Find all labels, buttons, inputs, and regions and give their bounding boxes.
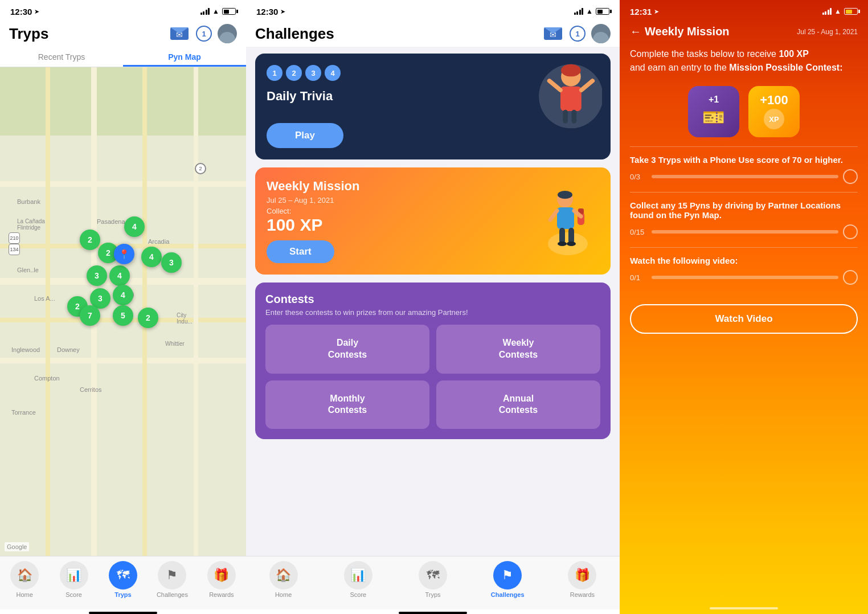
header-icons-1: ✉ 1 <box>169 24 237 43</box>
signal-icon-1 <box>200 8 210 15</box>
svg-rect-16 <box>559 228 565 244</box>
signal-icon-3 <box>822 8 832 15</box>
highway-2: 2 <box>195 163 206 174</box>
app-title-2: Challenges <box>255 25 334 43</box>
annual-contests-button[interactable]: AnnualContests <box>436 380 600 429</box>
xp-reward-box: +100 XP <box>748 86 800 137</box>
avatar-body-1 <box>219 32 235 43</box>
map-label-la-canada: La CañadaFlintridge <box>17 218 45 231</box>
weekly-contests-button[interactable]: WeeklyContests <box>436 325 600 374</box>
time-3: 12:31 <box>630 7 652 17</box>
cluster-5[interactable]: 4 <box>109 265 130 286</box>
nav-rewards-2[interactable]: 🎁 Rewards <box>545 561 620 598</box>
header-icons-2: ✉ 1 <box>542 24 611 43</box>
task-3: Watch the following video: 0/1 <box>630 247 858 293</box>
cluster-9[interactable]: 4 <box>113 285 133 305</box>
battery-fill-3 <box>846 10 852 14</box>
mail-button-2[interactable]: ✉ <box>542 25 564 42</box>
play-button[interactable]: Play <box>267 123 343 148</box>
task-2-title: Collect any 15 Pyns by driving by Partne… <box>630 200 858 220</box>
task-2-progress-label: 0/15 <box>630 228 647 236</box>
notification-badge-2[interactable]: 1 <box>570 26 586 42</box>
map-container[interactable]: Burbank Pasadena Arcadia La CañadaFlintr… <box>0 67 246 556</box>
task-1-circle-btn[interactable] <box>843 169 858 184</box>
cluster-1[interactable]: 2 <box>80 230 100 250</box>
mission-xp: 100 XP <box>267 215 537 235</box>
svg-point-18 <box>558 241 567 246</box>
avatar-2[interactable] <box>591 24 611 43</box>
task-1-progress-track <box>652 175 838 178</box>
notification-badge-1[interactable]: 1 <box>196 26 212 42</box>
wifi-icon-1: ▲ <box>212 7 219 15</box>
status-icons-1: ▲ <box>200 7 236 15</box>
nav-tryps-2[interactable]: 🗺 Tryps <box>395 561 470 598</box>
google-logo: Google <box>5 542 29 551</box>
map-label-compton: Compton <box>34 375 60 382</box>
task-2: Collect any 15 Pyns by driving by Partne… <box>630 192 858 247</box>
cluster-11[interactable]: 7 <box>80 305 100 326</box>
xp-plus-label: +100 <box>760 94 788 107</box>
mission-detail-header: ← Weekly Mission Jul 25 - Aug 1, 2021 <box>620 21 868 38</box>
bubble-4: 4 <box>325 65 341 81</box>
nav-label-home-2: Home <box>275 591 292 598</box>
start-button[interactable]: Start <box>267 240 334 263</box>
contests-card: Contests Enter these contests to win pri… <box>255 283 611 439</box>
monthly-contests-button[interactable]: MonthlyContests <box>265 380 429 429</box>
task-2-progress-track <box>652 230 838 234</box>
nav-challenges-1[interactable]: ⚑ Challenges <box>148 561 196 598</box>
bubble-1: 1 <box>267 65 282 81</box>
watch-video-button[interactable]: Watch Video <box>630 304 858 334</box>
nav-label-rewards-2: Rewards <box>570 591 595 598</box>
task-3-progress-row: 0/1 <box>630 270 858 285</box>
battery-icon-2 <box>596 8 609 15</box>
nav-home-2[interactable]: 🏠 Home <box>246 561 321 598</box>
cluster-7[interactable]: 3 <box>161 252 182 273</box>
task-3-circle-btn[interactable] <box>843 270 858 285</box>
contests-subtitle: Enter these contests to win prizes from … <box>265 308 600 317</box>
cluster-13[interactable]: 2 <box>138 308 158 328</box>
avatar-1[interactable] <box>218 24 237 43</box>
nav-label-tryps-2: Tryps <box>425 591 440 598</box>
svg-rect-6 <box>563 110 568 124</box>
map-label-downey: Downey <box>57 346 80 353</box>
map-label-glendale: Glen..le <box>17 267 39 273</box>
svg-rect-17 <box>568 228 574 244</box>
nav-score-2[interactable]: 📊 Score <box>321 561 395 598</box>
cluster-6[interactable]: 4 <box>141 247 162 267</box>
wifi-icon-3: ▲ <box>834 7 841 15</box>
task-2-circle-btn[interactable] <box>843 224 858 239</box>
nav-challenges-2[interactable]: ⚑ Challenges <box>470 561 545 598</box>
task-3-progress-label: 0/1 <box>630 273 647 282</box>
svg-point-19 <box>567 241 576 246</box>
rewards-icon-2: 🎁 <box>568 561 596 590</box>
cluster-4[interactable]: 3 <box>87 265 107 286</box>
tab-pyn-map[interactable]: Pyn Map <box>123 47 246 67</box>
contests-grid: DailyContests WeeklyContests MonthlyCont… <box>265 325 600 429</box>
mail-button-1[interactable]: ✉ <box>169 25 190 42</box>
nav-home-1[interactable]: 🏠 Home <box>0 561 49 598</box>
tryps-icon-2: 🗺 <box>419 561 447 590</box>
nav-rewards-1[interactable]: 🎁 Rewards <box>197 561 246 598</box>
xp-circle: XP <box>764 109 784 129</box>
battery-fill-2 <box>597 10 603 14</box>
cluster-2[interactable]: 4 <box>124 216 145 237</box>
score-icon-2: 📊 <box>344 561 372 590</box>
tab-recent-tryps[interactable]: Recent Tryps <box>0 47 123 67</box>
back-arrow-icon: ← <box>630 25 641 38</box>
status-bar-1: 12:30 ➤ ▲ <box>0 0 246 21</box>
bubble-2: 2 <box>286 65 302 81</box>
nav-score-1[interactable]: 📊 Score <box>49 561 98 598</box>
tryps-icon-1: 🗺 <box>109 561 137 590</box>
rewards-icon-1: 🎁 <box>207 561 236 590</box>
map-label-losangeles: Los A... <box>34 295 55 302</box>
contests-title: Contests <box>265 293 600 306</box>
phone1-header: Tryps ✉ 1 <box>0 21 246 47</box>
back-button[interactable]: ← Weekly Mission <box>630 25 730 38</box>
daily-contests-button[interactable]: DailyContests <box>265 325 429 374</box>
map-label-city: CityIndu... <box>177 312 193 325</box>
nav-tryps-1[interactable]: 🗺 Tryps <box>99 561 148 598</box>
nav-label-tryps-1: Tryps <box>114 591 131 598</box>
svg-rect-7 <box>572 110 577 124</box>
cluster-12[interactable]: 5 <box>113 305 133 326</box>
task-3-progress-track <box>652 276 838 279</box>
